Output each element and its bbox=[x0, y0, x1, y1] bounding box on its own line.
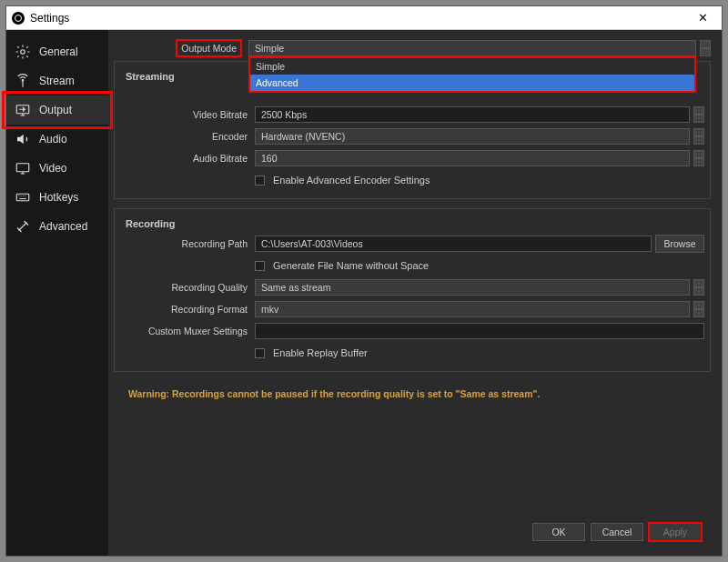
apply-button[interactable]: Apply bbox=[649, 523, 702, 541]
audio-bitrate-select[interactable]: 160 bbox=[255, 150, 690, 166]
sidebar-label: Output bbox=[39, 104, 72, 116]
recording-format-select[interactable]: mkv bbox=[255, 301, 690, 317]
sidebar-item-hotkeys[interactable]: Hotkeys bbox=[6, 183, 108, 212]
antenna-icon bbox=[14, 72, 32, 90]
recording-path-label: Recording Path bbox=[120, 238, 255, 249]
video-bitrate-label: Video Bitrate bbox=[120, 109, 255, 120]
adv-encoder-checkbox[interactable] bbox=[255, 176, 265, 186]
speaker-icon bbox=[14, 130, 32, 148]
recording-quality-select[interactable]: Same as stream bbox=[255, 279, 690, 296]
output-mode-select[interactable]: Simple Simple Advanced bbox=[248, 40, 696, 56]
output-mode-value: Simple bbox=[255, 43, 284, 54]
recording-format-stepper[interactable] bbox=[693, 301, 704, 317]
video-bitrate-stepper[interactable] bbox=[693, 106, 704, 123]
settings-window: Settings ✕ General Stream Output Audio bbox=[5, 5, 723, 557]
ok-button[interactable]: OK bbox=[532, 523, 585, 541]
tools-icon bbox=[14, 217, 32, 236]
sidebar-label: Advanced bbox=[39, 220, 87, 233]
gear-icon bbox=[14, 43, 32, 61]
cancel-button[interactable]: Cancel bbox=[591, 523, 643, 541]
sidebar: General Stream Output Audio Video Hotkey… bbox=[6, 30, 108, 556]
recording-path-input[interactable]: C:\Users\AT-003\Videos bbox=[255, 236, 652, 252]
sidebar-item-audio[interactable]: Audio bbox=[6, 125, 108, 154]
recording-section: Recording Recording Path C:\Users\AT-003… bbox=[114, 208, 711, 372]
app-logo-icon bbox=[12, 12, 25, 25]
adv-encoder-label: Enable Advanced Encoder Settings bbox=[273, 175, 430, 186]
sidebar-item-general[interactable]: General bbox=[6, 37, 108, 66]
output-mode-stepper[interactable] bbox=[700, 40, 711, 56]
video-bitrate-input[interactable]: 2500 Kbps bbox=[255, 106, 690, 123]
encoder-select[interactable]: Hardware (NVENC) bbox=[255, 128, 690, 145]
encoder-label: Encoder bbox=[120, 131, 255, 142]
monitor-arrow-icon bbox=[14, 101, 32, 119]
sidebar-item-output[interactable]: Output bbox=[6, 95, 108, 125]
sidebar-label: Video bbox=[39, 162, 66, 175]
muxer-label: Custom Muxer Settings bbox=[120, 326, 255, 336]
recording-quality-label: Recording Quality bbox=[120, 282, 255, 293]
sidebar-item-advanced[interactable]: Advanced bbox=[6, 212, 108, 241]
sidebar-label: General bbox=[39, 45, 78, 58]
svg-point-0 bbox=[21, 50, 25, 55]
encoder-stepper[interactable] bbox=[693, 128, 704, 145]
keyboard-icon bbox=[14, 188, 32, 206]
output-mode-label: Output Mode bbox=[177, 40, 241, 56]
sidebar-item-video[interactable]: Video bbox=[6, 154, 108, 183]
recording-format-label: Recording Format bbox=[120, 304, 255, 315]
sidebar-label: Audio bbox=[39, 133, 67, 146]
close-button[interactable]: ✕ bbox=[689, 11, 716, 25]
sidebar-item-stream[interactable]: Stream bbox=[6, 66, 108, 95]
audio-bitrate-label: Audio Bitrate bbox=[120, 153, 255, 164]
audio-bitrate-stepper[interactable] bbox=[693, 150, 704, 166]
replay-buffer-checkbox[interactable] bbox=[255, 348, 265, 358]
recording-quality-stepper[interactable] bbox=[693, 279, 704, 296]
muxer-input[interactable] bbox=[255, 323, 704, 339]
svg-rect-3 bbox=[16, 164, 29, 172]
browse-button[interactable]: Browse bbox=[655, 235, 704, 253]
dropdown-option-simple[interactable]: Simple bbox=[250, 58, 694, 75]
monitor-icon bbox=[14, 159, 32, 177]
sidebar-label: Hotkeys bbox=[39, 191, 78, 204]
dialog-footer: OK Cancel Apply bbox=[114, 516, 711, 548]
no-space-label: Generate File Name without Space bbox=[273, 260, 429, 271]
titlebar: Settings ✕ bbox=[6, 6, 722, 30]
output-mode-dropdown: Simple Advanced bbox=[249, 57, 695, 92]
dropdown-option-advanced[interactable]: Advanced bbox=[250, 75, 694, 91]
window-title: Settings bbox=[30, 12, 69, 25]
warning-text: Warning: Recordings cannot be paused if … bbox=[114, 381, 711, 406]
sidebar-label: Stream bbox=[39, 75, 75, 87]
no-space-checkbox[interactable] bbox=[255, 261, 265, 271]
recording-title: Recording bbox=[120, 215, 704, 235]
replay-buffer-label: Enable Replay Buffer bbox=[273, 347, 368, 358]
svg-rect-4 bbox=[16, 194, 29, 201]
svg-point-1 bbox=[22, 80, 24, 82]
main-panel: Output Mode Simple Simple Advanced Strea… bbox=[108, 30, 722, 556]
